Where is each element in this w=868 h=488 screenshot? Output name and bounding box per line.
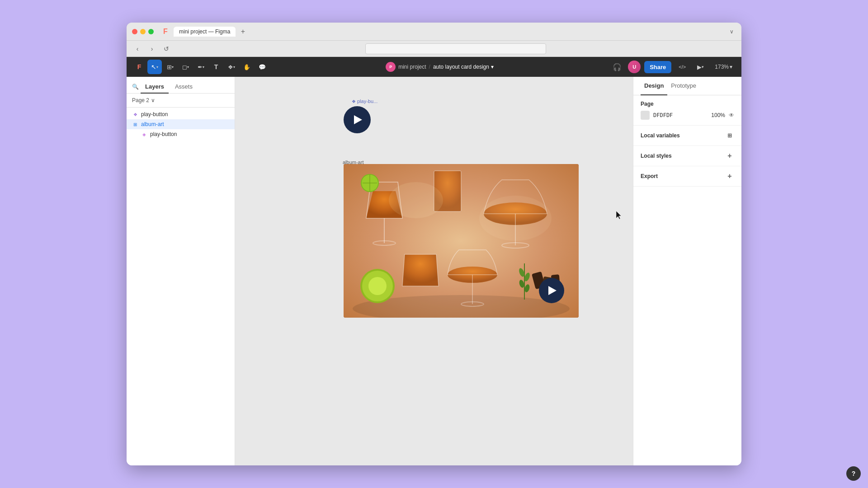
canvas-area[interactable]: ❖ play-bu... album-art: [235, 77, 633, 465]
local-variables-title: Local variables: [641, 132, 680, 139]
play-button-canvas-label: ❖ play-bu...: [352, 99, 377, 104]
design-name-chevron: ▾: [491, 64, 494, 70]
figma-icon: F: [161, 27, 170, 36]
comment-tool-button[interactable]: 💬: [255, 60, 269, 74]
move-dropdown-icon: ▾: [156, 65, 158, 69]
frame-dropdown-icon: ▾: [172, 65, 174, 69]
tool-group-left: F ↖ ▾ ⊞ ▾ ◻ ▾ ✒ ▾ T ❖ ▾: [132, 60, 269, 74]
layer-tree: ❖ play-button ⊞ album-art ◈ play-button: [127, 108, 235, 465]
headphones-button[interactable]: 🎧: [610, 60, 624, 74]
path-separator: /: [429, 64, 430, 70]
add-export-icon: +: [727, 172, 731, 180]
right-sidebar: Design Prototype Page DFDFDF 100% �: [633, 77, 741, 465]
play-button-overlay[interactable]: [539, 278, 564, 303]
zoom-chevron: ▾: [730, 64, 732, 70]
text-tool-button[interactable]: T: [209, 60, 223, 74]
figma-logo-icon: F: [137, 63, 142, 70]
main-menu-button[interactable]: F: [132, 60, 146, 74]
tab-assets[interactable]: Assets: [170, 80, 197, 94]
text-icon: T: [214, 63, 218, 70]
component-instance-icon: ◈: [141, 131, 147, 137]
collapse-icon[interactable]: ∨: [727, 27, 736, 36]
page-color-row: DFDFDF 100% 👁: [641, 111, 734, 120]
page-color-swatch[interactable]: [641, 111, 650, 120]
address-input[interactable]: [365, 43, 546, 54]
move-tool-button[interactable]: ↖ ▾: [147, 60, 162, 74]
play-overlay-icon: [548, 286, 557, 295]
refresh-button[interactable]: ↺: [161, 43, 172, 54]
visibility-icon[interactable]: 👁: [729, 112, 734, 118]
back-button[interactable]: ‹: [132, 43, 143, 54]
play-button-label-text: play-bu...: [357, 99, 377, 104]
play-triangle-icon: [354, 115, 362, 124]
code-view-button[interactable]: </>: [675, 60, 689, 74]
component-layer-icon: ❖: [132, 111, 138, 117]
project-avatar-letter: P: [389, 65, 392, 69]
page-color-opacity: 100%: [711, 112, 725, 118]
right-tab-bar: Design Prototype: [633, 77, 741, 95]
tab-prototype[interactable]: Prototype: [667, 77, 700, 95]
local-styles-add-btn[interactable]: +: [725, 151, 734, 160]
layer-item-play-button-child[interactable]: ◈ play-button: [127, 129, 235, 139]
project-name-label: mini project: [398, 64, 426, 70]
headphones-icon: 🎧: [613, 63, 622, 71]
maximize-button[interactable]: [148, 29, 154, 34]
layer-item-play-button[interactable]: ❖ play-button: [127, 109, 235, 119]
page-section-header[interactable]: Page: [641, 101, 734, 107]
component-tool-button[interactable]: ❖ ▾: [224, 60, 239, 74]
page-section: Page DFDFDF 100% 👁: [633, 95, 741, 126]
mouse-cursor: [616, 211, 623, 220]
local-styles-header[interactable]: Local styles +: [641, 151, 734, 160]
search-icon-btn[interactable]: 🔍: [132, 80, 139, 93]
tab-design[interactable]: Design: [641, 77, 667, 95]
page-label: Page 2: [132, 97, 149, 103]
share-button[interactable]: Share: [644, 61, 671, 73]
design-file-name[interactable]: auto layout card design ▾: [433, 64, 494, 70]
new-tab-button[interactable]: +: [237, 26, 248, 37]
frame-tool-button[interactable]: ⊞ ▾: [163, 60, 177, 74]
cursor-icon: [616, 211, 623, 220]
comment-icon: 💬: [259, 64, 266, 70]
left-sidebar: 🔍 Layers Assets Page 2 ∨ ❖ play-button: [127, 77, 235, 465]
zoom-level-button[interactable]: 173% ▾: [711, 62, 736, 72]
add-style-icon: +: [727, 152, 731, 160]
present-icon: ▶: [697, 64, 702, 70]
local-variables-section: Local variables ⊞: [633, 126, 741, 146]
export-add-btn[interactable]: +: [725, 172, 734, 181]
album-art-frame[interactable]: [344, 164, 579, 318]
export-title: Export: [641, 173, 658, 179]
user-avatar[interactable]: U: [628, 61, 641, 73]
shape-icon: ◻: [182, 64, 187, 70]
sliders-icon: ⊞: [727, 132, 732, 139]
page-section-title: Page: [641, 101, 654, 107]
component-icon: ❖: [228, 64, 233, 70]
forward-button[interactable]: ›: [146, 43, 157, 54]
tab-bar: mini project — Figma +: [174, 26, 723, 37]
hand-icon: ✋: [243, 64, 250, 70]
close-button[interactable]: [132, 29, 137, 34]
browser-window: F mini project — Figma + ∨ ‹ › ↺ F ↖ ▾: [127, 23, 741, 465]
export-header[interactable]: Export +: [641, 172, 734, 181]
svg-point-17: [368, 277, 387, 295]
tab-layers[interactable]: Layers: [141, 80, 169, 94]
traffic-lights: [132, 29, 154, 34]
project-avatar: P: [386, 62, 396, 72]
local-variables-header[interactable]: Local variables ⊞: [641, 131, 734, 140]
layer-item-album-art[interactable]: ⊞ album-art: [127, 119, 235, 129]
frame-icon: ⊞: [167, 64, 172, 70]
layer-name-play-button: play-button: [141, 111, 168, 117]
svg-point-27: [479, 196, 552, 241]
play-button-component[interactable]: [344, 106, 371, 133]
shape-tool-button[interactable]: ◻ ▾: [178, 60, 193, 74]
layer-name-play-button-child: play-button: [150, 131, 177, 137]
figma-toolbar: F ↖ ▾ ⊞ ▾ ◻ ▾ ✒ ▾ T ❖ ▾: [127, 57, 741, 77]
pen-tool-button[interactable]: ✒ ▾: [193, 60, 208, 74]
active-tab[interactable]: mini project — Figma: [174, 27, 236, 37]
minimize-button[interactable]: [140, 29, 146, 34]
pen-dropdown-icon: ▾: [203, 65, 204, 69]
page-selector[interactable]: Page 2 ∨: [127, 94, 235, 108]
move-icon: ↖: [151, 63, 156, 70]
present-button[interactable]: ▶ ▾: [693, 60, 708, 74]
hand-tool-button[interactable]: ✋: [240, 60, 254, 74]
local-variables-settings-btn[interactable]: ⊞: [725, 131, 734, 140]
